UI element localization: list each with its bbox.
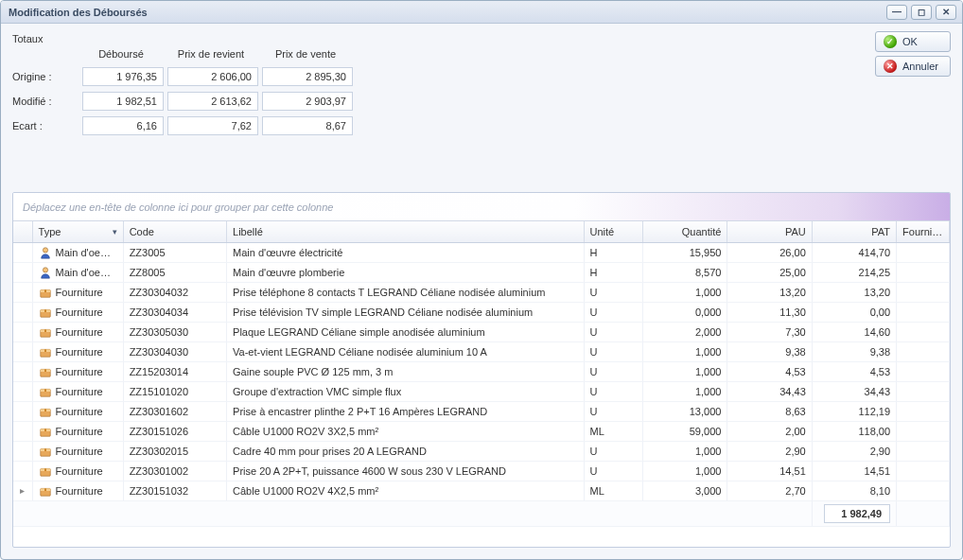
cell-code[interactable]: ZZ30151032 <box>123 481 226 500</box>
grid-header-unite[interactable]: Unité <box>584 221 643 242</box>
cell-quantite[interactable]: 2,000 <box>643 322 727 341</box>
cell-type[interactable]: Fourniture <box>32 322 123 341</box>
cell-pau[interactable]: 9,38 <box>727 341 812 361</box>
table-row[interactable]: FournitureZZ30151026Câble U1000 RO2V 3X2… <box>13 421 950 441</box>
cell-pau[interactable]: 2,00 <box>727 421 812 441</box>
cell-unite[interactable]: U <box>584 282 643 302</box>
cell-code[interactable]: ZZ30301602 <box>123 401 226 421</box>
cell-unite[interactable]: U <box>584 361 643 381</box>
cell-unite[interactable]: U <box>584 401 643 421</box>
cell-code[interactable]: ZZ15101020 <box>123 381 226 401</box>
cell-libelle[interactable]: Prise 20 A 2P+T, puissance 4600 W sous 2… <box>227 461 584 481</box>
cell-libelle[interactable]: Câble U1000 RO2V 4X2,5 mm² <box>227 481 584 500</box>
grid-header-libelle[interactable]: Libellé <box>227 221 584 242</box>
cell-fournisseur[interactable] <box>897 441 950 461</box>
cell-quantite[interactable]: 13,000 <box>643 401 727 421</box>
cell-pat[interactable]: 0,00 <box>812 302 896 322</box>
cell-pat[interactable]: 4,53 <box>812 361 896 381</box>
cell-type[interactable]: Fourniture <box>32 441 123 461</box>
grid-header-quantite[interactable]: Quantité <box>643 221 727 242</box>
cell-code[interactable]: ZZ30304034 <box>123 302 226 322</box>
cell-code[interactable]: ZZ30304032 <box>123 282 226 302</box>
cell-unite[interactable]: ML <box>584 421 643 441</box>
cell-fournisseur[interactable] <box>897 242 950 262</box>
cell-libelle[interactable]: Va-et-vient LEGRAND Céliane nodisée alum… <box>227 341 584 361</box>
table-row[interactable]: FournitureZZ30304034Prise télévision TV … <box>13 302 950 322</box>
cell-pau[interactable]: 26,00 <box>727 242 812 262</box>
cell-unite[interactable]: U <box>584 461 643 481</box>
table-row[interactable]: FournitureZZ30304030Va-et-vient LEGRAND … <box>13 341 950 361</box>
cell-quantite[interactable]: 15,950 <box>643 242 727 262</box>
cell-type[interactable]: Fourniture <box>32 361 123 381</box>
cell-type[interactable]: Fourniture <box>32 421 123 441</box>
cell-libelle[interactable]: Main d'œuvre électricité <box>227 242 584 262</box>
close-button[interactable]: ✕ <box>936 5 956 20</box>
cell-quantite[interactable]: 3,000 <box>643 481 727 500</box>
cell-unite[interactable]: U <box>584 302 643 322</box>
cell-code[interactable]: ZZ3005 <box>123 242 226 262</box>
cell-pau[interactable]: 14,51 <box>727 461 812 481</box>
cell-libelle[interactable]: Main d'œuvre plomberie <box>227 262 584 282</box>
cell-libelle[interactable]: Prise télévision TV simple LEGRAND Célia… <box>227 302 584 322</box>
minimize-button[interactable]: — <box>886 5 907 20</box>
cell-quantite[interactable]: 1,000 <box>643 441 727 461</box>
cell-quantite[interactable]: 0,000 <box>643 302 727 322</box>
cancel-button[interactable]: ✕ Annuler <box>875 56 951 77</box>
cell-pau[interactable]: 34,43 <box>727 381 812 401</box>
cell-unite[interactable]: H <box>584 262 643 282</box>
table-row[interactable]: ▸FournitureZZ30151032Câble U1000 RO2V 4X… <box>13 481 950 500</box>
cell-pat[interactable]: 414,70 <box>812 242 896 262</box>
cell-libelle[interactable]: Prise à encastrer plinthe 2 P+T 16 Ampèr… <box>227 401 584 421</box>
table-row[interactable]: Main d'oe…ZZ3005Main d'œuvre électricité… <box>13 242 950 262</box>
cell-pat[interactable]: 112,19 <box>812 401 896 421</box>
cell-type[interactable]: Main d'oe… <box>32 262 123 282</box>
cell-fournisseur[interactable] <box>897 361 950 381</box>
table-row[interactable]: FournitureZZ30302015Cadre 40 mm pour pri… <box>13 441 950 461</box>
cell-pat[interactable]: 118,00 <box>812 421 896 441</box>
cell-unite[interactable]: U <box>584 341 643 361</box>
cell-code[interactable]: ZZ30305030 <box>123 322 226 341</box>
cell-pau[interactable]: 4,53 <box>727 361 812 381</box>
cell-fournisseur[interactable] <box>897 421 950 441</box>
cell-type[interactable]: Fourniture <box>32 481 123 500</box>
table-row[interactable]: FournitureZZ30301602Prise à encastrer pl… <box>13 401 950 421</box>
cell-pau[interactable]: 2,90 <box>727 441 812 461</box>
cell-code[interactable]: ZZ15203014 <box>123 361 226 381</box>
table-row[interactable]: Main d'oe…ZZ8005Main d'œuvre plomberieH8… <box>13 262 950 282</box>
cell-code[interactable]: ZZ30301002 <box>123 461 226 481</box>
cell-fournisseur[interactable] <box>897 302 950 322</box>
cell-fournisseur[interactable] <box>897 461 950 481</box>
cell-fournisseur[interactable] <box>897 481 950 500</box>
cell-pat[interactable]: 8,10 <box>812 481 896 500</box>
cell-code[interactable]: ZZ8005 <box>123 262 226 282</box>
cell-type[interactable]: Fourniture <box>32 381 123 401</box>
cell-pat[interactable]: 9,38 <box>812 341 896 361</box>
cell-libelle[interactable]: Gaine souple PVC Ø 125 mm, 3 m <box>227 361 584 381</box>
cell-type[interactable]: Fourniture <box>32 341 123 361</box>
cell-fournisseur[interactable] <box>897 262 950 282</box>
cell-type[interactable]: Main d'oe… <box>32 242 123 262</box>
cell-quantite[interactable]: 1,000 <box>643 282 727 302</box>
grid-header-code[interactable]: Code <box>123 221 226 242</box>
table-row[interactable]: FournitureZZ30301002Prise 20 A 2P+T, pui… <box>13 461 950 481</box>
cell-fournisseur[interactable] <box>897 381 950 401</box>
cell-quantite[interactable]: 59,000 <box>643 421 727 441</box>
cell-unite[interactable]: U <box>584 441 643 461</box>
cell-unite[interactable]: H <box>584 242 643 262</box>
cell-fournisseur[interactable] <box>897 401 950 421</box>
table-row[interactable]: FournitureZZ15101020Groupe d'extraction … <box>13 381 950 401</box>
cell-pat[interactable]: 14,51 <box>812 461 896 481</box>
table-row[interactable]: FournitureZZ30305030Plaque LEGRAND Célia… <box>13 322 950 341</box>
cell-libelle[interactable]: Câble U1000 RO2V 3X2,5 mm² <box>227 421 584 441</box>
cell-quantite[interactable]: 1,000 <box>643 381 727 401</box>
cell-pau[interactable]: 11,30 <box>727 302 812 322</box>
cell-unite[interactable]: U <box>584 381 643 401</box>
cell-quantite[interactable]: 1,000 <box>643 361 727 381</box>
cell-pat[interactable]: 2,90 <box>812 441 896 461</box>
cell-libelle[interactable]: Cadre 40 mm pour prises 20 A LEGRAND <box>227 441 584 461</box>
cell-pat[interactable]: 214,25 <box>812 262 896 282</box>
cell-code[interactable]: ZZ30304030 <box>123 341 226 361</box>
cell-code[interactable]: ZZ30151026 <box>123 421 226 441</box>
cell-pat[interactable]: 13,20 <box>812 282 896 302</box>
grid-header-type[interactable]: Type ▾ <box>32 221 123 242</box>
